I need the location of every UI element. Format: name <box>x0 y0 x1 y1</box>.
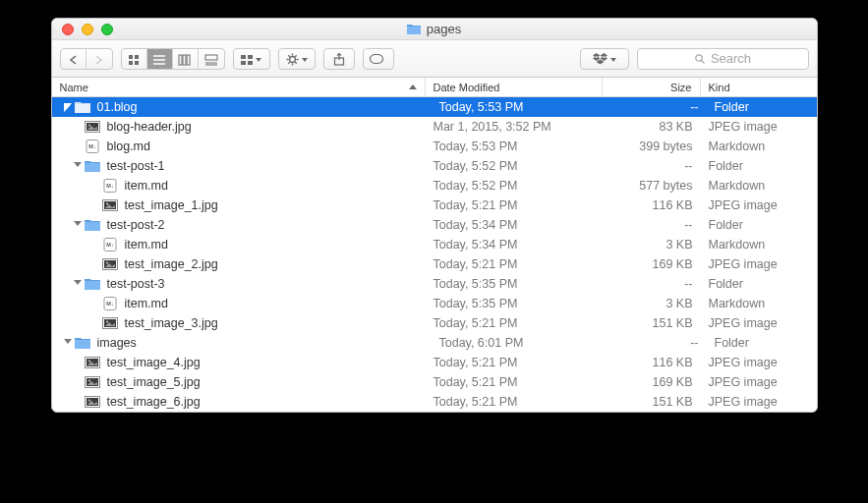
dropbox-button[interactable] <box>580 48 629 70</box>
disclosure-spacer <box>91 182 99 190</box>
search-field[interactable]: Search <box>637 48 809 70</box>
header-date[interactable]: Date Modified <box>426 78 603 96</box>
folder-icon <box>407 24 421 34</box>
file-date: Today, 5:21 PM <box>426 257 603 271</box>
svg-point-50 <box>106 321 108 323</box>
disclosure-triangle-icon[interactable] <box>74 280 82 289</box>
close-icon[interactable] <box>62 24 74 35</box>
jpeg-icon <box>85 374 100 390</box>
file-row[interactable]: test_image_2.jpgToday, 5:21 PM169 KBJPEG… <box>52 254 817 274</box>
header-kind[interactable]: Kind <box>701 78 817 96</box>
file-row[interactable]: test_image_3.jpgToday, 5:21 PM151 KBJPEG… <box>52 313 817 333</box>
file-kind: Folder <box>701 277 817 291</box>
view-buttons <box>121 48 225 70</box>
file-row[interactable]: test_image_4.jpgToday, 5:21 PM116 KBJPEG… <box>52 353 817 372</box>
window-title: pages <box>407 22 461 36</box>
svg-rect-28 <box>370 55 382 64</box>
share-button[interactable] <box>323 48 355 70</box>
disclosure-triangle-icon[interactable] <box>74 221 82 230</box>
file-kind: Folder <box>701 218 817 232</box>
disclosure-spacer <box>74 398 82 406</box>
file-row[interactable]: test-post-3Today, 5:35 PM--Folder <box>52 274 817 294</box>
search-placeholder: Search <box>711 51 751 66</box>
tags-button[interactable] <box>363 48 394 70</box>
file-row[interactable]: M↓item.mdToday, 5:35 PM3 KBMarkdown <box>52 294 817 313</box>
file-name: item.md <box>125 179 168 193</box>
minimize-icon[interactable] <box>82 24 93 35</box>
file-date: Today, 5:53 PM <box>426 140 603 153</box>
disclosure-spacer <box>74 359 82 366</box>
file-size: -- <box>603 218 701 232</box>
back-button[interactable] <box>61 49 87 70</box>
file-size: -- <box>603 159 701 173</box>
file-row[interactable]: test-post-1Today, 5:52 PM--Folder <box>52 156 817 176</box>
disclosure-triangle-icon[interactable] <box>64 103 72 112</box>
list-view-button[interactable] <box>147 49 173 70</box>
file-date: Today, 5:21 PM <box>426 356 603 369</box>
file-name: test_image_4.jpg <box>107 356 201 369</box>
file-size: 3 KB <box>603 297 701 310</box>
file-date: Mar 1, 2015, 3:52 PM <box>426 120 603 134</box>
file-date: Today, 5:35 PM <box>426 297 603 310</box>
file-kind: Folder <box>701 159 817 173</box>
file-row[interactable]: M↓blog.mdToday, 5:53 PM399 bytesMarkdown <box>52 137 817 156</box>
folder-icon <box>75 99 90 115</box>
svg-rect-13 <box>241 55 246 59</box>
svg-rect-1 <box>135 55 139 59</box>
forward-button[interactable] <box>87 49 112 70</box>
file-row[interactable]: M↓item.mdToday, 5:34 PM3 KBMarkdown <box>52 235 817 254</box>
finder-window: pages <box>51 18 818 413</box>
file-size: 399 bytes <box>603 140 701 153</box>
disclosure-triangle-icon[interactable] <box>74 162 82 171</box>
file-row[interactable]: test_image_5.jpgToday, 5:21 PM169 KBJPEG… <box>52 372 817 392</box>
file-kind: JPEG image <box>701 257 817 271</box>
file-kind: JPEG image <box>701 316 817 330</box>
file-row[interactable]: test-post-2Today, 5:34 PM--Folder <box>52 215 817 235</box>
file-list[interactable]: 01.blogToday, 5:53 PM--Folderblog-header… <box>52 97 817 412</box>
file-row[interactable]: M↓item.mdToday, 5:52 PM577 bytesMarkdown <box>52 176 817 196</box>
file-size: 3 KB <box>603 238 701 252</box>
file-size: 577 bytes <box>603 179 701 193</box>
file-row[interactable]: blog-header.jpgMar 1, 2015, 3:52 PM83 KB… <box>52 117 817 137</box>
header-size[interactable]: Size <box>603 78 701 96</box>
column-headers: Name Date Modified Size Kind <box>52 78 817 97</box>
svg-rect-14 <box>248 55 253 59</box>
file-name: test_image_1.jpg <box>125 198 218 212</box>
file-date: Today, 5:21 PM <box>426 395 603 409</box>
zoom-icon[interactable] <box>101 24 113 35</box>
header-name[interactable]: Name <box>52 78 426 96</box>
disclosure-spacer <box>74 142 82 150</box>
window-title-text: pages <box>427 22 461 36</box>
file-name: item.md <box>125 297 168 310</box>
action-menu-button[interactable] <box>278 48 316 70</box>
file-name: images <box>97 336 137 350</box>
file-name: blog-header.jpg <box>107 120 192 134</box>
jpeg-icon <box>85 355 100 370</box>
jpeg-icon <box>102 197 118 213</box>
jpeg-icon <box>102 256 118 272</box>
file-kind: Markdown <box>701 238 817 252</box>
disclosure-triangle-icon[interactable] <box>64 339 72 348</box>
file-row[interactable]: test_image_6.jpgToday, 5:21 PM151 KBJPEG… <box>52 392 817 412</box>
titlebar: pages <box>52 19 817 40</box>
column-view-button[interactable] <box>173 49 199 70</box>
icon-view-button[interactable] <box>122 49 147 70</box>
svg-text:M↓: M↓ <box>106 183 114 189</box>
file-size: -- <box>608 336 707 350</box>
disclosure-spacer <box>91 201 99 209</box>
file-name: test_image_6.jpg <box>107 395 201 409</box>
svg-rect-16 <box>248 61 253 65</box>
jpeg-icon <box>85 394 100 410</box>
file-size: 169 KB <box>603 375 701 389</box>
arrange-menu-button[interactable] <box>233 48 270 70</box>
file-row[interactable]: test_image_1.jpgToday, 5:21 PM116 KBJPEG… <box>52 196 817 215</box>
file-kind: JPEG image <box>701 395 817 409</box>
svg-rect-15 <box>241 61 246 65</box>
file-date: Today, 5:53 PM <box>432 100 608 114</box>
file-name: test-post-3 <box>107 277 165 291</box>
file-kind: Markdown <box>701 140 817 153</box>
disclosure-spacer <box>91 241 99 249</box>
file-row[interactable]: 01.blogToday, 5:53 PM--Folder <box>52 97 817 117</box>
file-row[interactable]: imagesToday, 6:01 PM--Folder <box>52 333 817 353</box>
coverflow-view-button[interactable] <box>199 49 224 70</box>
